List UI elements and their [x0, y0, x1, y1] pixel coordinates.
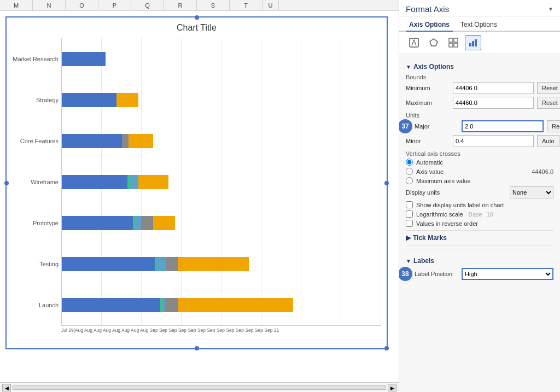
maximum-label: Maximum [406, 100, 450, 106]
minor-auto-btn[interactable]: Auto [537, 135, 559, 147]
bar-seg-2b [116, 93, 138, 107]
scroll-track[interactable] [13, 385, 386, 390]
resize-handle-br[interactable] [384, 346, 389, 350]
major-row: Major Reset [415, 120, 553, 132]
bar-seg-1 [62, 52, 106, 66]
bounds-label: Bounds [406, 74, 553, 80]
col-n: N [33, 0, 66, 10]
labels-arrow: ▼ [406, 258, 411, 264]
axis-value-num: 44406.0 [532, 168, 553, 175]
major-row-wrapper: 37 Major Reset [406, 120, 553, 132]
minimum-row: Minimum Reset [406, 82, 553, 94]
panel-icon-row [399, 32, 560, 54]
bar-row-testing [62, 254, 381, 274]
bar-row-wireframe [62, 172, 381, 192]
reverse-order-checkbox[interactable] [406, 220, 413, 227]
maximum-input[interactable] [453, 97, 534, 109]
resize-handle-bottom[interactable] [195, 346, 199, 350]
axis-options-label: Axis Options [413, 63, 454, 71]
bar-seg-6b [156, 257, 166, 271]
col-s: S [197, 0, 230, 10]
maximum-reset-btn[interactable]: Reset [537, 97, 560, 109]
reverse-order-label[interactable]: Values in reverse order [416, 220, 478, 227]
log-scale-checkbox[interactable] [406, 210, 413, 218]
major-input[interactable] [462, 120, 544, 132]
log-base-label: Base [469, 211, 482, 218]
tab-text-options[interactable]: Text Options [457, 19, 500, 32]
format-axis-panel: Format Axis ▼ Axis Options Text Options [399, 0, 560, 392]
x-axis-labels: Jul 29|Aug Aug Aug Aug Aug Aug Aug Aug S… [61, 325, 381, 347]
vertical-axis-crosses-label: Vertical axis crosses [406, 150, 553, 157]
bar-seg-4b [129, 175, 138, 189]
y-label-core-features: Core Features [12, 138, 59, 144]
bar-seg-6c [166, 257, 178, 271]
panel-tabs: Axis Options Text Options [399, 16, 560, 32]
bar-seg-6a [62, 257, 155, 271]
axis-options-section-header[interactable]: ▼ Axis Options [406, 63, 553, 71]
display-units-select[interactable]: None [510, 186, 553, 198]
fill-icon[interactable] [406, 35, 422, 50]
radio-maximum[interactable] [406, 177, 413, 184]
scroll-right-btn[interactable]: ▶ [388, 384, 396, 391]
divider-1 [406, 230, 553, 231]
chart-container[interactable]: Chart Title Market Research Strategy Cor… [5, 16, 388, 349]
col-m: M [0, 0, 33, 10]
label-position-label: Label Position [415, 271, 458, 277]
col-headers: M N O P Q R S T U [0, 0, 399, 11]
log-scale-label[interactable]: Logarithmic scale [416, 211, 463, 218]
bar-seg-5d [153, 216, 175, 230]
label-position-select[interactable]: High [462, 268, 553, 280]
resize-handle-top[interactable] [195, 15, 199, 20]
panel-dropdown-arrow[interactable]: ▼ [548, 6, 553, 12]
radio-automatic[interactable] [406, 159, 413, 166]
col-p: P [98, 0, 131, 10]
show-label-text[interactable]: Show display units label on chart [416, 202, 504, 208]
radio-axis-value[interactable] [406, 168, 413, 175]
svg-rect-6 [469, 43, 471, 46]
chart-inner: Market Research Strategy Core Features W… [12, 38, 381, 325]
resize-handle-right[interactable] [384, 181, 389, 185]
y-axis-labels: Market Research Strategy Core Features W… [12, 38, 61, 325]
bar-chart-icon[interactable] [465, 35, 481, 50]
reverse-order-row: Values in reverse order [406, 220, 553, 227]
svg-rect-7 [472, 41, 474, 46]
resize-handle-left[interactable] [4, 181, 9, 185]
bar-row-strategy [62, 90, 381, 110]
bar-row-core-features [62, 131, 381, 151]
tab-axis-options[interactable]: Axis Options [406, 19, 453, 32]
minor-input[interactable] [453, 135, 534, 147]
labels-label: Labels [413, 257, 434, 265]
col-u: U [262, 0, 279, 10]
col-r: R [164, 0, 197, 10]
show-label-checkbox[interactable] [406, 201, 413, 208]
spreadsheet-body: Chart Title Market Research Strategy Cor… [0, 11, 399, 382]
layout-icon[interactable] [445, 35, 462, 50]
minimum-reset-btn[interactable]: Reset [537, 82, 560, 94]
radio-automatic-label[interactable]: Automatic [416, 159, 443, 166]
radio-maximum-label[interactable]: Maximum axis value [416, 178, 471, 184]
pentagon-icon[interactable] [425, 35, 442, 50]
tick-marks-section[interactable]: ▶ Tick Marks [406, 234, 553, 242]
major-reset-btn[interactable]: Reset [547, 120, 560, 132]
bar-seg-7d [178, 298, 293, 312]
radio-automatic-row: Automatic [406, 159, 553, 166]
scroll-left-btn[interactable]: ◀ [2, 384, 11, 391]
minimum-input[interactable] [453, 82, 534, 94]
col-q: Q [131, 0, 164, 10]
y-label-wireframe: Wireframe [12, 179, 59, 185]
labels-section-header[interactable]: ▼ Labels [406, 257, 553, 265]
show-label-row: Show display units label on chart [406, 201, 553, 208]
log-base-value: 10 [487, 211, 493, 218]
bar-seg-4a [62, 175, 127, 189]
axis-options-arrow: ▼ [406, 64, 411, 70]
badge-38: 38 [399, 267, 412, 281]
y-label-launch: Launch [12, 302, 59, 308]
panel-title: Format Axis [406, 4, 449, 14]
label-position-wrapper: 38 Label Position High [406, 268, 553, 280]
svg-marker-1 [430, 39, 438, 46]
units-label: Units [406, 112, 553, 119]
tick-marks-label: Tick Marks [413, 234, 447, 242]
radio-axis-value-label[interactable]: Axis value [416, 168, 444, 175]
y-label-prototype: Prototype [12, 220, 59, 226]
display-units-row: Display units None [406, 186, 553, 198]
